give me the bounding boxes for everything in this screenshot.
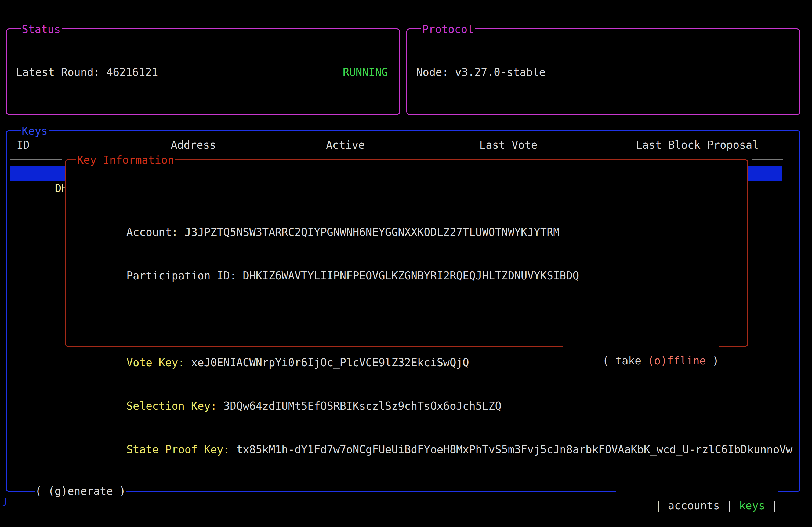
tab-separator: | (765, 499, 778, 512)
selection-key-value: 3DQw64zdIUMt5EfOSRBIKsczlSz9chTsOx6oJch5… (223, 400, 502, 412)
key-information-dialog: Key Information Account:J3JPZTQ5NSW3TARR… (65, 159, 748, 347)
status-row-latest-round: Latest Round: 46216121 RUNNING (16, 65, 388, 80)
vote-first-valid-line: Vote First Valid:46200210 (75, 515, 742, 527)
take-offline-button[interactable]: ( take (o)ffline ) (563, 339, 719, 353)
blank-line (416, 108, 788, 123)
blank-line (75, 471, 742, 486)
vote-key-label: Vote Key: (127, 356, 185, 369)
participation-id-label: Participation ID: (127, 269, 236, 282)
status-panel-title: Status (21, 22, 62, 36)
node-version-text: Node: v3.27.0-stable (416, 65, 546, 80)
column-header-address: Address (171, 138, 216, 152)
account-label: Account: (127, 226, 178, 238)
state-proof-key-label: State Proof Key: (127, 443, 230, 456)
blank-line (16, 108, 388, 123)
status-panel: Status Latest Round: 46216121 RUNNING --… (6, 28, 400, 115)
protocol-panel: Protocol Node: v3.27.0-stable Network: m… (406, 28, 800, 115)
protocol-row-node: Node: v3.27.0-stable (416, 65, 788, 80)
node-state-badge: RUNNING (343, 65, 388, 80)
column-header-last-vote: Last Vote (479, 138, 538, 152)
account-line: Account:J3JPZTQ5NSW3TARRC2QIYPGNWNH6NEYG… (75, 210, 742, 225)
key-information-title: Key Information (76, 153, 175, 167)
header-separator-right (752, 159, 783, 160)
participation-id-line: Participation ID:DHKIZ6WAVTYLIIPNFPEOVGL… (75, 254, 742, 268)
vote-key-value: xeJ0ENIACWNrpYi0r6IjOc_PlcVCE9lZ32EkciSw… (191, 356, 469, 369)
tab-keys[interactable]: keys (739, 499, 765, 512)
protocol-panel-title: Protocol (421, 22, 475, 36)
take-offline-prefix: ( take (603, 355, 648, 367)
terminal-screen: Status Latest Round: 46216121 RUNNING --… (0, 0, 812, 527)
column-header-last-block-proposal: Last Block Proposal (636, 138, 759, 152)
take-offline-key-hint: (o)ffline (648, 355, 706, 367)
border-corner-artifact (2, 498, 6, 506)
state-proof-key-value: tx85kM1h-dY1Fd7w7oNCgFUeUiBdFYoeH8MxPhTv… (236, 443, 793, 456)
column-header-active: Active (326, 138, 365, 152)
selection-key-label: Selection Key: (127, 400, 217, 412)
keys-panel-title: Keys (21, 124, 48, 138)
participation-id-value: DHKIZ6WAVTYLIIPNFPEOVGLKZGNBYRI2RQEQJHLT… (243, 269, 579, 282)
blank-line (75, 297, 742, 312)
take-offline-suffix: ) (706, 355, 719, 367)
latest-round-text: Latest Round: 46216121 (16, 65, 158, 80)
selection-key-line: Selection Key:3DQw64zdIUMt5EfOSRBIKsczlS… (75, 384, 742, 399)
column-header-id: ID (17, 138, 30, 152)
state-proof-key-line: State Proof Key:tx85kM1h-dY1Fd7w7oNCgFUe… (75, 428, 742, 442)
account-value: J3JPZTQ5NSW3TARRC2QIYPGNWNH6NEYGGNXXKODL… (185, 226, 560, 238)
header-separator-left (10, 159, 62, 160)
